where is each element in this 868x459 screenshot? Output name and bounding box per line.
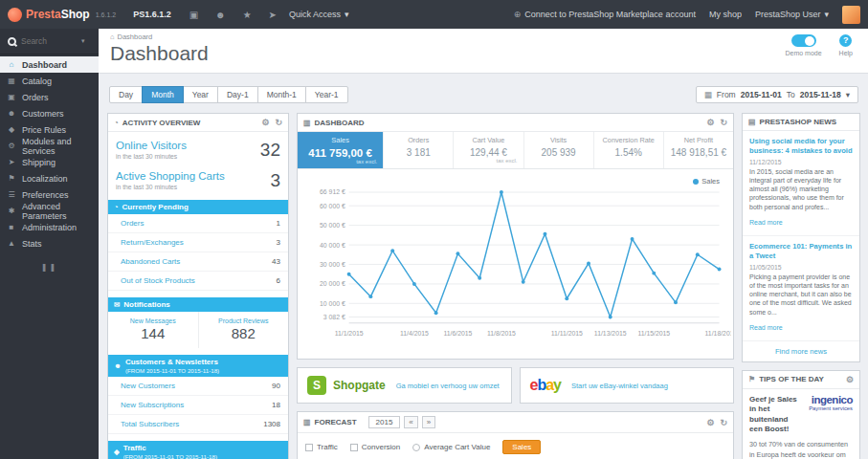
forecast-prev-button[interactable]: « <box>404 416 417 428</box>
refresh-icon[interactable]: ↻ <box>720 118 727 127</box>
tips-headline: Geef je Sales in het buitenland een Boos… <box>749 395 803 435</box>
find-more-news-link[interactable]: Find more news <box>743 341 859 361</box>
kpi-sales[interactable]: Sales411 759,00 €tax excl. <box>298 132 384 168</box>
svg-text:60 000 €: 60 000 € <box>320 203 345 209</box>
read-more-link[interactable]: Read more <box>749 324 783 331</box>
kpi-net-profit[interactable]: Net Profit148 918,51 € <box>664 132 733 168</box>
sidebar-item-administration[interactable]: ■Administration <box>0 219 99 235</box>
preferences-icon: ☰ <box>7 190 16 199</box>
customers-row-new-customers: New Customers90 <box>108 377 288 396</box>
ebay-link[interactable]: Start uw eBay-winkel vandaag <box>571 382 668 390</box>
forecast-year-select[interactable]: 2015 <box>368 416 401 428</box>
ebay-logo: ebay <box>530 377 562 394</box>
refresh-icon[interactable]: ↻ <box>275 118 282 127</box>
gear-icon[interactable]: ⚙ <box>706 418 714 427</box>
page-header: ⌂Dashboard Dashboard Demo mode ? Help <box>99 29 868 74</box>
user-menu[interactable]: PrestaShop User▾ <box>755 10 829 19</box>
kpi-visits[interactable]: Visits205 939 <box>524 132 594 168</box>
article-title-link[interactable]: Ecommerce 101: Payments in a Tweet <box>749 242 853 261</box>
forecast-conversion-checkbox[interactable]: Conversion <box>350 443 400 451</box>
range-day-1-button[interactable]: Day-1 <box>217 86 258 103</box>
range-month-button[interactable]: Month <box>142 86 184 103</box>
traffic-header: ◆ Traffic(FROM 2015-11-01 TO 2015-11-18) <box>108 441 288 459</box>
home-icon: ⌂ <box>110 33 115 41</box>
forecast-traffic-checkbox[interactable]: Traffic <box>305 443 338 451</box>
read-more-link[interactable]: Read more <box>749 219 783 226</box>
news-article: Ecommerce 101: Payments in a Tweet 11/05… <box>743 236 859 341</box>
menu-collapse-toggle[interactable]: ❚❚ <box>0 263 99 272</box>
kpi-conversion-rate[interactable]: Conversion Rate1.54% <box>594 132 664 168</box>
search-input[interactable] <box>21 36 77 46</box>
forecast-next-button[interactable]: » <box>422 416 435 428</box>
sidebar-item-price-rules[interactable]: ◆Price Rules <box>0 121 99 138</box>
currently-pending-header: ◔ Currently Pending <box>108 200 288 214</box>
sidebar-item-preferences[interactable]: ☰Preferences <box>0 186 99 203</box>
forecast-legend: Traffic Conversion Average Cart Value Sa… <box>298 433 733 459</box>
marketplace-link[interactable]: ⊕Connect to PrestaShop Marketplace accou… <box>514 10 696 19</box>
badge-icon[interactable]: ★ <box>243 10 252 20</box>
tips-body: Geef je Sales in het buitenland een Boos… <box>743 389 859 459</box>
sales-chart: 66 912 €60 000 €50 000 €40 000 €30 000 €… <box>300 175 731 359</box>
legend-dot-icon <box>693 179 699 185</box>
prestashop-logo[interactable]: PrestaShop 1.6.1.2 <box>8 8 116 22</box>
shopgate-link[interactable]: Ga mobiel en verhoog uw omzet <box>396 382 500 390</box>
range-month-1-button[interactable]: Month-1 <box>257 86 306 103</box>
shopgate-icon: S <box>307 376 326 395</box>
online-visitors-value: 32 <box>260 140 280 161</box>
my-shop-link[interactable]: My shop <box>709 10 742 19</box>
avatar[interactable] <box>842 6 860 24</box>
customers-icon: ☻ <box>7 109 16 118</box>
version-label: 1.6.1.2 <box>96 11 116 18</box>
help-icon[interactable]: ? <box>839 34 852 47</box>
notifications-header: ✉ Notifications <box>108 297 288 312</box>
pending-row-returns: Return/Exchanges3 <box>108 233 288 252</box>
gear-icon[interactable]: ⚙ <box>261 118 269 127</box>
range-day-button[interactable]: Day <box>109 86 143 103</box>
gear-icon[interactable]: ⚙ <box>846 375 854 384</box>
chevron-down-icon: ▾ <box>81 37 85 45</box>
new-messages-cell[interactable]: New Messages144 <box>108 312 198 348</box>
shopgate-logo: Shopgate <box>333 379 386 392</box>
employee-icon[interactable]: ☻ <box>215 10 226 20</box>
sidebar-item-modules[interactable]: ⚙Modules and Services <box>0 138 99 154</box>
kpi-orders[interactable]: Orders3 181 <box>384 132 454 168</box>
active-carts-link[interactable]: Active Shopping Carts <box>116 170 225 183</box>
sidebar-item-shipping[interactable]: ➤Shipping <box>0 154 99 170</box>
cart-icon[interactable]: ▣ <box>189 10 198 20</box>
article-title-link[interactable]: Using social media for your business: 4 … <box>749 137 853 156</box>
help-control: ? Help <box>839 34 853 56</box>
dashboard-icon: ⌂ <box>7 60 16 69</box>
sidebar-item-orders[interactable]: ▣Orders <box>0 89 99 105</box>
refresh-icon[interactable]: ↻ <box>720 418 727 427</box>
forecast-sales-button[interactable]: Sales <box>502 440 541 454</box>
sidebar-item-stats[interactable]: ▲Stats <box>0 235 99 251</box>
main: ⌂Dashboard Dashboard Demo mode ? Help Da… <box>99 29 868 459</box>
dashboard-panel: ▥ DASHBOARD ⚙↻ Sales411 759,00 €tax excl… <box>297 113 734 360</box>
range-year-button[interactable]: Year <box>183 86 218 103</box>
sidebar-item-dashboard[interactable]: ⌂Dashboard <box>0 56 99 73</box>
svg-text:11/6/2015: 11/6/2015 <box>443 330 472 337</box>
sidebar-item-localization[interactable]: ⚑Localization <box>0 170 99 186</box>
prestashop-news-panel: ▤ PRESTASHOP NEWS Using social media for… <box>742 113 860 362</box>
quick-access-menu[interactable]: Quick Access▾ <box>289 10 349 19</box>
svg-text:50 000 €: 50 000 € <box>320 222 345 229</box>
gear-icon[interactable]: ⚙ <box>706 118 714 127</box>
forecast-avg-cart-value-radio[interactable]: Average Cart Value <box>412 443 490 451</box>
sidebar-search: ▾ <box>0 29 99 55</box>
demo-mode-toggle[interactable] <box>791 34 816 47</box>
sidebar-item-catalog[interactable]: ▦Catalog <box>0 73 99 89</box>
pending-row-abandoned-carts: Abandoned Carts43 <box>108 252 288 272</box>
rocket-icon[interactable]: ➤ <box>269 10 277 20</box>
tips-of-the-day-panel: ⚑ TIPS OF THE DAY ⚙ Geef je Sales in het… <box>742 370 860 459</box>
ebay-promo: ebay Start uw eBay-winkel vandaag <box>520 367 735 404</box>
date-range-picker[interactable]: ▦ From2015-11-01 To2015-11-18 ▾ <box>696 86 858 103</box>
demo-mode-label: Demo mode <box>785 50 821 56</box>
product-reviews-cell[interactable]: Product Reviews882 <box>198 312 289 348</box>
customers-icon: ☻ <box>114 361 122 370</box>
sidebar-item-customers[interactable]: ☻Customers <box>0 105 99 121</box>
kpi-cart-value[interactable]: Cart Value129,44 €tax excl. <box>454 132 523 168</box>
localization-icon: ⚑ <box>7 174 16 183</box>
online-visitors-link[interactable]: Online Visitors <box>116 140 187 152</box>
sidebar-item-advanced-parameters[interactable]: ✱Advanced Parameters <box>0 203 99 219</box>
range-year-1-button[interactable]: Year-1 <box>305 86 348 103</box>
